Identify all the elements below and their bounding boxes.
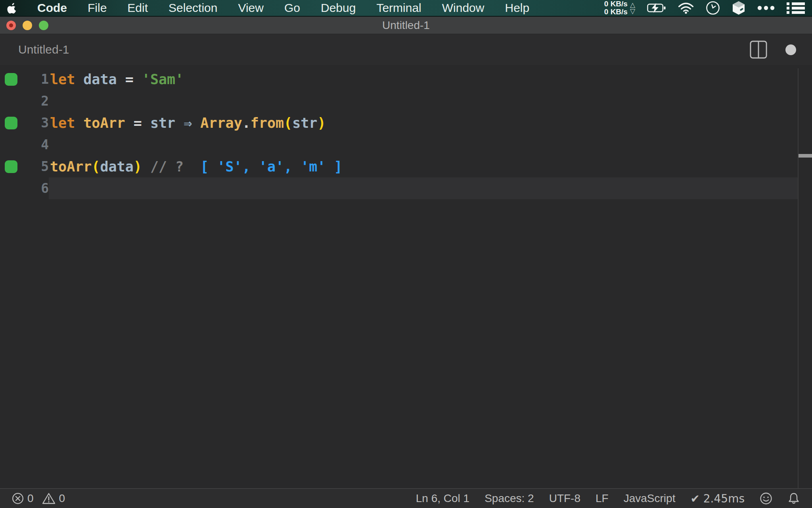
gutter: 1 [0, 68, 49, 90]
code-text-line-6[interactable] [49, 177, 799, 199]
coverage-marker-icon [5, 160, 17, 173]
code-text-line-1[interactable]: let data = 'Sam' [49, 68, 799, 90]
code-text-line-5[interactable]: toArr(data) // ? [ 'S', 'a', 'm' ] [49, 156, 799, 177]
battery-charging-icon[interactable] [647, 3, 666, 13]
cube-icon[interactable] [732, 1, 745, 15]
status-indentation[interactable]: Spaces: 2 [485, 492, 534, 505]
line-number[interactable]: 1 [17, 71, 49, 87]
menu-item-terminal[interactable]: Terminal [376, 0, 421, 16]
gutter: 6 [0, 177, 49, 199]
gutter: 5 [0, 156, 49, 177]
coverage-marker-empty [5, 95, 17, 108]
code-text-line-2[interactable] [49, 90, 799, 112]
line-number[interactable]: 2 [17, 93, 49, 109]
unsaved-changes-dot[interactable] [785, 44, 796, 55]
code-text-line-4[interactable] [49, 134, 799, 156]
line-number[interactable]: 4 [17, 137, 49, 152]
upload-speed: 0 KB/s [604, 0, 628, 8]
warning-icon [42, 493, 56, 504]
gutter: 4 [0, 134, 49, 156]
feedback-smiley-icon[interactable] [760, 492, 772, 505]
line-number[interactable]: 5 [17, 159, 49, 174]
code-line-2: 2 [0, 90, 812, 112]
macos-menu-bar: CodeFileEditSelectionViewGoDebugTerminal… [0, 0, 812, 17]
coverage-marker-icon [5, 117, 17, 129]
status-language-mode[interactable]: JavaScript [624, 492, 676, 505]
status-eol[interactable]: LF [596, 492, 609, 505]
menu-items: CodeFileEditSelectionViewGoDebugTerminal… [37, 0, 529, 16]
error-count: 0 [27, 492, 34, 505]
line-number[interactable]: 6 [17, 181, 49, 196]
window-title-bar: Untitled-1 [0, 17, 812, 34]
status-right-items: Ln 6, Col 1Spaces: 2UTF-8LFJavaScript✔ 2… [416, 492, 745, 505]
coverage-marker-empty [5, 182, 17, 195]
code-line-5: 5toArr(data) // ? [ 'S', 'a', 'm' ] [0, 156, 812, 177]
apple-menu-icon[interactable] [7, 2, 17, 14]
menu-item-code[interactable]: Code [37, 0, 67, 16]
line-number[interactable]: 3 [17, 115, 49, 131]
window-title: Untitled-1 [382, 19, 430, 32]
clock-icon[interactable] [706, 1, 720, 15]
code-line-6: 6 [0, 177, 812, 199]
tab-untitled-1[interactable]: Untitled-1 [18, 43, 69, 56]
network-speed-widget[interactable]: 0 KB/s 0 KB/s △ ▽ [604, 0, 635, 16]
error-icon [12, 493, 24, 504]
status-cursor-position[interactable]: Ln 6, Col 1 [416, 492, 469, 505]
warning-count: 0 [59, 492, 65, 505]
overview-ruler-marker[interactable] [799, 154, 812, 158]
problems-indicator[interactable]: 0 0 [12, 492, 65, 505]
ellipsis-icon[interactable] [757, 6, 775, 10]
code-text-line-3[interactable]: let toArr = str ⇒ Array.from(str) [49, 112, 799, 134]
coverage-marker-empty [5, 139, 17, 151]
menu-item-file[interactable]: File [88, 0, 107, 16]
menu-item-selection[interactable]: Selection [169, 0, 217, 16]
zoom-button[interactable] [39, 21, 48, 30]
code-line-4: 4 [0, 134, 812, 156]
minimize-button[interactable] [23, 21, 32, 30]
status-encoding[interactable]: UTF-8 [549, 492, 580, 505]
close-button[interactable] [6, 21, 16, 30]
download-speed: 0 KB/s [604, 8, 628, 16]
menu-item-debug[interactable]: Debug [321, 0, 356, 16]
list-icon[interactable] [787, 2, 805, 14]
status-bar: 0 0 Ln 6, Col 1Spaces: 2UTF-8LFJavaScrip… [0, 488, 812, 508]
coverage-marker-icon [5, 73, 17, 86]
menu-item-window[interactable]: Window [442, 0, 485, 16]
wifi-icon[interactable] [678, 2, 694, 14]
code-editor[interactable]: 1let data = 'Sam'23let toArr = str ⇒ Arr… [0, 65, 812, 488]
gutter: 2 [0, 90, 49, 112]
split-editor-icon[interactable] [750, 40, 767, 59]
menu-item-help[interactable]: Help [505, 0, 529, 16]
code-line-1: 1let data = 'Sam' [0, 68, 812, 90]
gutter: 3 [0, 112, 49, 134]
notifications-bell-icon[interactable] [787, 492, 800, 505]
editor-title-strip: Untitled-1 [0, 34, 812, 65]
status-quokka-time[interactable]: ✔ 2.45ms [690, 492, 745, 505]
code-lines: 1let data = 'Sam'23let toArr = str ⇒ Arr… [0, 65, 812, 199]
menu-item-view[interactable]: View [238, 0, 263, 16]
download-arrow-icon: ▽ [630, 8, 635, 14]
menu-item-go[interactable]: Go [284, 0, 300, 16]
code-line-3: 3let toArr = str ⇒ Array.from(str) [0, 112, 812, 134]
overview-ruler-border [798, 68, 799, 488]
menu-item-edit[interactable]: Edit [127, 0, 148, 16]
